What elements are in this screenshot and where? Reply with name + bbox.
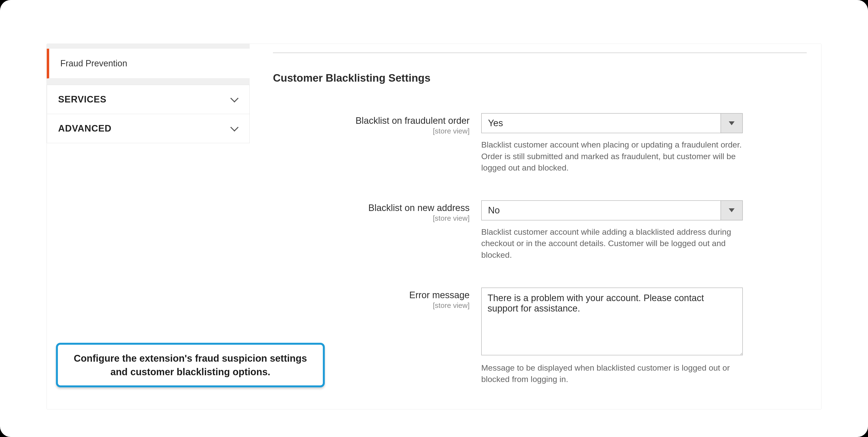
select-blacklist-new-address[interactable]: No xyxy=(481,200,743,220)
field-label: Blacklist on new address xyxy=(273,203,470,213)
chevron-down-icon xyxy=(231,125,238,132)
field-control-col: Message to be displayed when blacklisted… xyxy=(481,287,743,385)
field-control-col: Yes Blacklist customer account when plac… xyxy=(481,113,743,174)
sidebar-tab-fraud-prevention[interactable]: Fraud Prevention xyxy=(47,49,250,79)
sidebar: Fraud Prevention SERVICES ADVANCED Confi… xyxy=(47,44,250,409)
sidebar-group-label: SERVICES xyxy=(58,94,106,105)
select-value: Yes xyxy=(481,113,720,133)
sidebar-section-group: Fraud Prevention xyxy=(47,44,250,85)
field-label: Error message xyxy=(273,290,470,301)
spacer xyxy=(47,44,250,49)
field-control-col: No Blacklist customer account while addi… xyxy=(481,200,743,261)
field-scope: [store view] xyxy=(273,127,470,135)
dropdown-toggle[interactable] xyxy=(720,113,743,133)
field-blacklist-new-address: Blacklist on new address [store view] No… xyxy=(273,200,807,261)
spacer xyxy=(47,79,250,85)
field-scope: [store view] xyxy=(273,214,470,222)
caret-down-icon xyxy=(729,121,735,125)
field-label-col: Blacklist on fraudulent order [store vie… xyxy=(273,113,481,135)
field-help: Blacklist customer account when placing … xyxy=(481,139,743,174)
section-title: Customer Blacklisting Settings xyxy=(273,72,807,84)
field-help: Blacklist customer account while adding … xyxy=(481,226,743,261)
field-scope: [store view] xyxy=(273,301,470,310)
field-label: Blacklist on fraudulent order xyxy=(273,116,470,126)
chevron-down-icon xyxy=(231,96,238,103)
caret-down-icon xyxy=(729,208,735,212)
config-panel: Fraud Prevention SERVICES ADVANCED Confi… xyxy=(46,43,822,409)
field-error-message: Error message [store view] Message to be… xyxy=(273,287,807,385)
main-content: Customer Blacklisting Settings Blacklist… xyxy=(250,44,821,409)
divider xyxy=(273,53,807,53)
select-blacklist-fraud-order[interactable]: Yes xyxy=(481,113,743,133)
app-window: Fraud Prevention SERVICES ADVANCED Confi… xyxy=(0,0,868,437)
field-blacklist-fraud-order: Blacklist on fraudulent order [store vie… xyxy=(273,113,807,174)
sidebar-group-label: ADVANCED xyxy=(58,123,112,134)
select-value: No xyxy=(481,200,720,220)
textarea-error-message[interactable] xyxy=(481,287,743,355)
sidebar-group-advanced[interactable]: ADVANCED xyxy=(47,114,250,143)
field-label-col: Error message [store view] xyxy=(273,287,481,310)
field-help: Message to be displayed when blacklisted… xyxy=(481,362,743,385)
sidebar-group-services[interactable]: SERVICES xyxy=(47,85,250,114)
field-label-col: Blacklist on new address [store view] xyxy=(273,200,481,222)
info-callout: Configure the extension's fraud suspicio… xyxy=(56,343,325,387)
dropdown-toggle[interactable] xyxy=(720,200,743,220)
